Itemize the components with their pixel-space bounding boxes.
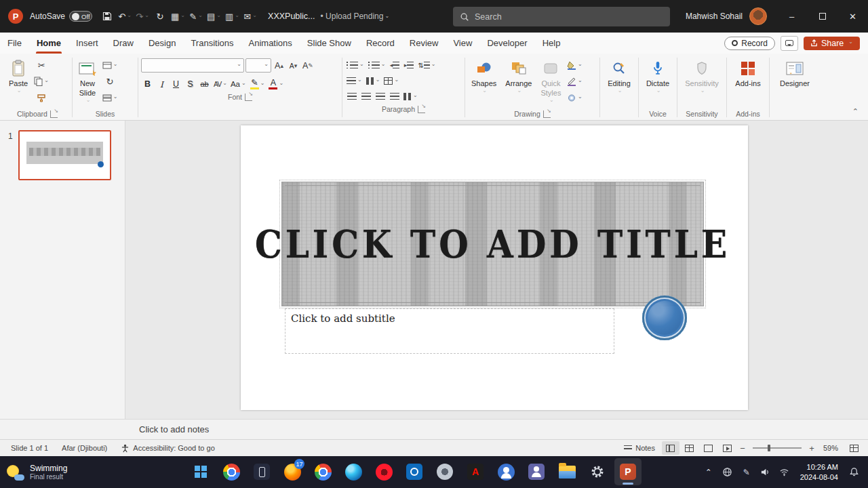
notes-toggle-button[interactable]: Notes: [618, 444, 660, 452]
autosave-control[interactable]: AutoSave Off: [30, 11, 92, 22]
align-left-button[interactable]: [345, 89, 358, 103]
redo-icon[interactable]: ↷: [134, 7, 151, 25]
slideshow-view-button[interactable]: [719, 441, 736, 455]
taskbar-app-firefox[interactable]: 17: [279, 458, 306, 485]
strikethrough-button[interactable]: ab: [198, 77, 211, 91]
network-globe-icon[interactable]: [719, 462, 736, 483]
align-center-button[interactable]: [359, 89, 372, 103]
taskbar-clock[interactable]: 10:26 AM 2024-08-04: [795, 462, 844, 483]
addins-button[interactable]: Add-ins: [732, 56, 764, 90]
collapse-ribbon-chevron[interactable]: ⌃: [852, 107, 859, 116]
comments-button[interactable]: [781, 36, 798, 51]
shape-effects-icon[interactable]: [566, 90, 583, 105]
title-placeholder[interactable]: CLICK TO ADD TITLE: [281, 182, 704, 306]
increase-font-size-button[interactable]: A▴: [273, 59, 285, 73]
highlight-color-button[interactable]: ✎: [249, 77, 267, 91]
cut-icon[interactable]: ✂: [33, 58, 50, 73]
taskbar-app-edge[interactable]: [340, 458, 367, 485]
copy-icon[interactable]: [33, 74, 50, 89]
increase-indent-button[interactable]: ▸: [402, 58, 415, 72]
taskbar-app-chrome[interactable]: [218, 458, 245, 485]
record-button[interactable]: Record: [724, 37, 775, 50]
slide-sorter-view-button[interactable]: [681, 441, 698, 455]
taskbar-app-file-explorer[interactable]: [553, 458, 580, 485]
hidden-icons-chevron[interactable]: ⌃: [700, 462, 717, 483]
tab-design[interactable]: Design: [141, 33, 183, 54]
notification-bell-icon[interactable]: [845, 462, 863, 483]
share-button[interactable]: Share: [804, 37, 860, 50]
taskbar-app-phone-link[interactable]: [248, 458, 275, 485]
normal-view-button[interactable]: [662, 441, 679, 455]
tab-developer[interactable]: Developer: [479, 33, 534, 54]
taskbar-app-teams[interactable]: [523, 458, 550, 485]
zoom-slider[interactable]: [753, 447, 802, 449]
character-spacing-button[interactable]: AV: [212, 77, 228, 91]
taskbar-app-outlook[interactable]: [401, 458, 428, 485]
justify-button[interactable]: [388, 89, 401, 103]
underline-button[interactable]: U: [170, 77, 182, 91]
tab-slide-show[interactable]: Slide Show: [300, 33, 359, 54]
drawing-dialog-launcher[interactable]: [543, 110, 551, 118]
font-dialog-launcher[interactable]: [245, 94, 252, 101]
language-indicator[interactable]: Afar (Djibouti): [56, 444, 113, 452]
weather-widget[interactable]: SwimmingFinal result: [0, 464, 136, 481]
italic-button[interactable]: I: [155, 77, 168, 91]
slide-canvas[interactable]: CLICK TO ADD TITLE Click to add subtitle: [241, 125, 748, 410]
close-button[interactable]: ✕: [837, 0, 868, 33]
quick-styles-button[interactable]: Quick Styles: [537, 56, 564, 107]
autosave-toggle[interactable]: Off: [69, 11, 92, 22]
designer-button[interactable]: Designer: [776, 56, 813, 90]
document-title-area[interactable]: XXXPublic... • Upload Pending: [268, 12, 389, 21]
paragraph-dialog-launcher[interactable]: [418, 106, 425, 113]
font-name-combo[interactable]: [141, 58, 244, 73]
tab-help[interactable]: Help: [535, 33, 568, 54]
user-avatar[interactable]: [749, 7, 767, 25]
reading-view-button[interactable]: [700, 441, 717, 455]
refresh-icon[interactable]: ↻: [152, 7, 168, 25]
section-icon[interactable]: [102, 90, 118, 105]
upload-status[interactable]: • Upload Pending: [321, 12, 390, 21]
tab-animations[interactable]: Animations: [241, 33, 300, 54]
zoom-out-button[interactable]: −: [738, 443, 747, 453]
tab-draw[interactable]: Draw: [106, 33, 141, 54]
draw-table-icon[interactable]: ▦: [170, 7, 186, 25]
tab-home[interactable]: Home: [29, 33, 68, 54]
chart-icon[interactable]: ▥: [224, 7, 241, 25]
pen-tray-icon[interactable]: ✎: [738, 462, 755, 483]
columns-button[interactable]: [402, 89, 419, 103]
shapes-button[interactable]: Shapes: [468, 56, 500, 98]
tab-transitions[interactable]: Transitions: [183, 33, 241, 54]
volume-icon[interactable]: [757, 462, 774, 483]
change-case-button[interactable]: Aa: [229, 77, 248, 91]
font-color-button[interactable]: A: [267, 77, 285, 91]
taskbar-app-powerpoint[interactable]: P: [614, 458, 642, 485]
taskbar-app-adobe[interactable]: A: [462, 458, 489, 485]
zoom-in-button[interactable]: +: [807, 443, 816, 453]
bold-button[interactable]: B: [141, 77, 154, 91]
zoom-slider-thumb[interactable]: [768, 445, 770, 451]
paste-button[interactable]: Paste: [5, 56, 31, 98]
editing-button[interactable]: Editing: [604, 56, 634, 98]
zoom-level[interactable]: 59%: [818, 444, 844, 452]
fit-to-window-button[interactable]: [845, 441, 863, 455]
tab-review[interactable]: Review: [402, 33, 446, 54]
tab-record[interactable]: Record: [359, 33, 402, 54]
dictate-button[interactable]: Dictate: [643, 56, 673, 98]
table-icon[interactable]: ▤: [205, 7, 222, 25]
tab-insert[interactable]: Insert: [68, 33, 106, 54]
reset-slide-icon[interactable]: ↻: [102, 74, 118, 89]
accessibility-status[interactable]: Accessibility: Good to go: [115, 444, 220, 453]
subtitle-placeholder[interactable]: Click to add subtitle: [285, 308, 614, 354]
blue-stamp-graphic[interactable]: [642, 296, 687, 340]
text-shadow-button[interactable]: S: [184, 77, 197, 91]
text-direction-button[interactable]: [345, 74, 363, 87]
email-icon[interactable]: ✉: [242, 7, 258, 25]
sensitivity-button[interactable]: Sensitivity: [682, 56, 722, 98]
slide-layout-icon[interactable]: [102, 58, 118, 73]
search-input[interactable]: [475, 12, 644, 22]
start-button[interactable]: [187, 458, 214, 485]
decrease-indent-button[interactable]: ◂: [388, 58, 401, 72]
taskbar-app-settings[interactable]: [584, 458, 611, 485]
shape-outline-icon[interactable]: [566, 74, 583, 89]
slide-1-thumbnail[interactable]: [18, 130, 111, 180]
